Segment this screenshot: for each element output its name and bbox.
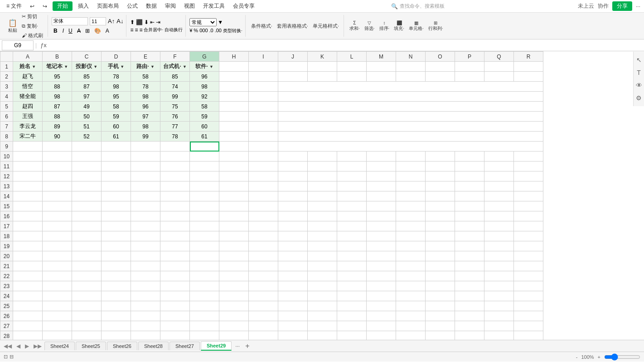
cell-col1-row26[interactable]: [43, 311, 72, 321]
cell-col6-row15[interactable]: [190, 201, 219, 211]
cell-col9-row27[interactable]: [278, 321, 308, 331]
cell-col3-row18[interactable]: [102, 231, 131, 241]
cell-col14-row15[interactable]: [426, 201, 455, 211]
row-header-28[interactable]: 28: [0, 331, 13, 340]
cell-B9[interactable]: [43, 142, 72, 152]
cell-col14-row23[interactable]: [426, 281, 455, 291]
cell-F8[interactable]: 78: [160, 132, 190, 142]
cell-col17-row26[interactable]: [514, 311, 543, 321]
cell-col10-row18[interactable]: [308, 231, 337, 241]
cell-col14-row24[interactable]: [426, 291, 455, 301]
cell-col11-row19[interactable]: [337, 241, 367, 251]
cell-L2[interactable]: [337, 72, 367, 82]
cell-C3[interactable]: 87: [72, 82, 102, 92]
col-header-E[interactable]: E: [131, 52, 160, 62]
merge-center-button[interactable]: 合并居中·: [144, 27, 163, 33]
row-header-26[interactable]: 26: [0, 311, 13, 321]
cell-button[interactable]: ▦ 单元格·: [407, 16, 426, 36]
cell-col1-row20[interactable]: [43, 251, 72, 261]
cell-H4[interactable]: [219, 92, 249, 102]
cell-col10-row21[interactable]: [308, 261, 337, 271]
cell-col5-row28[interactable]: [160, 331, 190, 340]
row-header-3[interactable]: 3: [0, 82, 13, 92]
cursor-icon[interactable]: ↖: [635, 55, 643, 64]
cell-col13-row22[interactable]: [396, 271, 426, 281]
cell-col5-row27[interactable]: [160, 321, 190, 331]
formula-input[interactable]: [50, 40, 642, 50]
font-size-dec[interactable]: A↓: [116, 18, 123, 24]
cell-col1-row11[interactable]: [43, 161, 72, 171]
cell-col11-row16[interactable]: [337, 211, 367, 221]
thousands-button[interactable]: 000: [199, 28, 208, 34]
cell-col11-row25[interactable]: [337, 301, 367, 311]
cell-rest-5[interactable]: [278, 102, 543, 112]
cell-col0-row24[interactable]: [13, 291, 43, 301]
cell-col11-row13[interactable]: [337, 181, 367, 191]
more-sheets-button[interactable]: ···: [232, 343, 242, 349]
cell-col9-row21[interactable]: [278, 261, 308, 271]
col-header-Q[interactable]: Q: [484, 52, 514, 62]
col-header-K[interactable]: K: [308, 52, 337, 62]
cell-col11-row28[interactable]: [337, 331, 367, 340]
cell-G8[interactable]: 61: [190, 132, 219, 142]
cell-H2[interactable]: [219, 72, 249, 82]
cell-reference[interactable]: G9: [2, 40, 34, 50]
cell-col5-row22[interactable]: [160, 271, 190, 281]
cell-col8-row22[interactable]: [249, 271, 278, 281]
col-header-J[interactable]: J: [278, 52, 308, 62]
cell-F5[interactable]: 75: [160, 102, 190, 112]
cell-col5-row15[interactable]: [160, 201, 190, 211]
cell-col4-row12[interactable]: [131, 171, 160, 181]
type-convert[interactable]: 类型转换·: [223, 28, 242, 34]
cell-col16-row14[interactable]: [484, 191, 514, 201]
cell-col0-row11[interactable]: [13, 161, 43, 171]
cell-col9-row28[interactable]: [278, 331, 308, 340]
cell-col8-row18[interactable]: [249, 231, 278, 241]
cell-col10-row27[interactable]: [308, 321, 337, 331]
cell-col10-row12[interactable]: [308, 171, 337, 181]
col-header-I[interactable]: I: [249, 52, 278, 62]
cell-col10-row13[interactable]: [308, 181, 337, 191]
cell-col2-row11[interactable]: [72, 161, 102, 171]
cell-col4-row22[interactable]: [131, 271, 160, 281]
cell-col4-row17[interactable]: [131, 221, 160, 231]
cell-col4-row10[interactable]: [131, 152, 160, 161]
sheet-tab-sheet24[interactable]: Sheet24: [44, 342, 75, 350]
cell-col14-row18[interactable]: [426, 231, 455, 241]
conditional-format-button[interactable]: 条件格式·: [249, 22, 274, 30]
cell-F6[interactable]: 76: [160, 112, 190, 122]
cell-col0-row16[interactable]: [13, 211, 43, 221]
cell-C4[interactable]: 97: [72, 92, 102, 102]
cell-col3-row14[interactable]: [102, 191, 131, 201]
cell-col2-row21[interactable]: [72, 261, 102, 271]
cell-I3[interactable]: [249, 82, 278, 92]
cell-col17-row14[interactable]: [514, 191, 543, 201]
cell-col17-row16[interactable]: [514, 211, 543, 221]
cell-col15-row21[interactable]: [455, 261, 484, 271]
strikethrough-button[interactable]: A̶: [76, 27, 82, 34]
sheet-tab-sheet27[interactable]: Sheet27: [169, 342, 200, 350]
cell-col12-row18[interactable]: [367, 231, 396, 241]
cell-C5[interactable]: 49: [72, 102, 102, 112]
cell-col7-row13[interactable]: [219, 181, 249, 191]
cell-B4[interactable]: 98: [43, 92, 72, 102]
cell-col12-row15[interactable]: [367, 201, 396, 211]
cell-H8[interactable]: [219, 132, 249, 142]
cell-rest-9[interactable]: [278, 142, 543, 152]
font-name-input[interactable]: [52, 17, 88, 25]
cell-A7[interactable]: 李云龙: [13, 122, 43, 132]
cell-col14-row12[interactable]: [426, 171, 455, 181]
cell-col3-row26[interactable]: [102, 311, 131, 321]
row-header-2[interactable]: 2: [0, 72, 13, 82]
cell-I1[interactable]: [249, 62, 278, 72]
cell-col1-row28[interactable]: [43, 331, 72, 340]
cell-col17-row22[interactable]: [514, 271, 543, 281]
cell-col2-row14[interactable]: [72, 191, 102, 201]
cell-col9-row19[interactable]: [278, 241, 308, 251]
cell-I7[interactable]: [249, 122, 278, 132]
cell-col17-row15[interactable]: [514, 201, 543, 211]
cell-K1[interactable]: [308, 62, 337, 72]
cell-col2-row23[interactable]: [72, 281, 102, 291]
cell-col9-row12[interactable]: [278, 171, 308, 181]
cell-col16-row26[interactable]: [484, 311, 514, 321]
